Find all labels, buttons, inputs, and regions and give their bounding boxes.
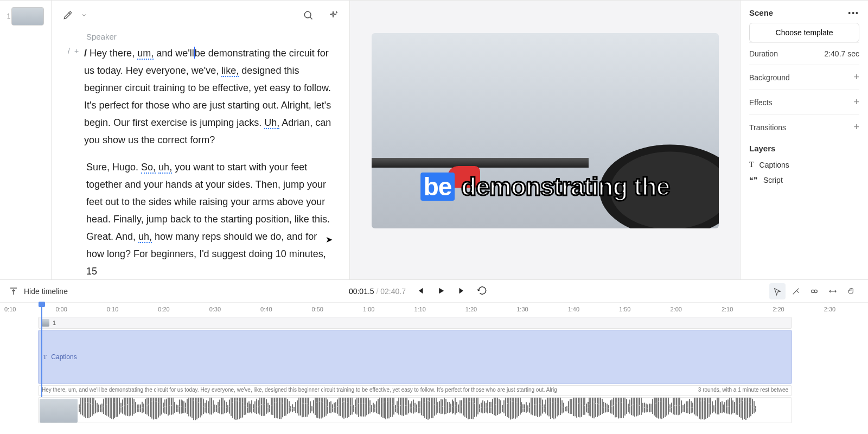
panel-title: Scene [749, 8, 773, 17]
quotes-icon: ❝❞ [749, 176, 758, 184]
search-icon[interactable] [302, 9, 315, 22]
scene-track[interactable]: 1 [38, 317, 792, 329]
caption-overlay: be demonstrating the [420, 172, 670, 201]
skip-forward-button[interactable] [457, 286, 468, 297]
svg-point-1 [812, 290, 814, 292]
add-block-button[interactable]: + [74, 47, 79, 149]
resize-tool[interactable] [825, 283, 841, 299]
captions-track[interactable]: T Captions [38, 330, 792, 384]
hand-tool[interactable] [843, 283, 859, 299]
effects-row[interactable]: Effects + [749, 90, 859, 114]
collapse-icon [9, 286, 18, 296]
scene-thumb-mini [42, 319, 49, 327]
filler-word[interactable]: Uh, [264, 117, 279, 129]
video-preview[interactable]: be demonstrating the [372, 33, 719, 228]
timeline-tools [769, 283, 859, 299]
script-body[interactable]: Speaker / + / Hey there, um, and we'llbe… [52, 30, 349, 279]
playhead[interactable] [41, 305, 42, 398]
svg-point-2 [814, 290, 817, 292]
loop-button[interactable] [477, 286, 488, 297]
transitions-label: Transitions [749, 123, 786, 132]
background-row[interactable]: Background + [749, 65, 859, 90]
duration-value: 2:40.7 sec [824, 49, 859, 58]
duration-row: Duration 2:40.7 sec [749, 42, 859, 65]
scene-index: 1 [7, 12, 11, 20]
link-tool[interactable] [806, 283, 822, 299]
plus-icon[interactable]: + [853, 97, 859, 108]
properties-panel: Scene ••• Choose template Duration 2:40.… [741, 1, 868, 279]
filler-word[interactable]: like, [221, 65, 239, 77]
transitions-row[interactable]: Transitions + [749, 114, 859, 139]
text-icon: T [749, 161, 754, 169]
transcript-paragraph-2[interactable]: Sure, Hugo. So, uh, you want to start wi… [86, 158, 333, 279]
slash-command-button[interactable]: / [68, 47, 70, 149]
chevron-down-icon[interactable] [78, 9, 91, 22]
duration-label: Duration [749, 49, 778, 58]
hide-timeline-button[interactable]: Hide timeline [9, 286, 68, 296]
time-total: 02:40.7 [380, 287, 406, 296]
blade-tool[interactable] [788, 283, 804, 299]
play-button[interactable] [436, 286, 447, 297]
svg-point-0 [304, 11, 311, 18]
layers-heading: Layers [749, 144, 859, 153]
block-controls: / + [68, 47, 79, 149]
scene-thumbnail-image [11, 7, 44, 25]
sparkle-icon[interactable] [327, 9, 340, 22]
audio-track[interactable] [38, 397, 792, 423]
plus-icon[interactable]: + [853, 122, 859, 133]
skip-back-button[interactable] [416, 286, 426, 297]
waveform [79, 400, 789, 420]
script-panel: Speaker / + / Hey there, um, and we'llbe… [52, 1, 350, 279]
timeline-panel: Hide timeline 00:01.5 / 02:40.7 0:100:00… [0, 279, 868, 434]
more-icon[interactable]: ••• [848, 9, 859, 17]
choose-template-button[interactable]: Choose template [749, 23, 859, 42]
select-tool[interactable] [769, 283, 786, 299]
effects-label: Effects [749, 98, 773, 107]
scene-thumbnails: 1 [0, 1, 52, 279]
speaker-label[interactable]: Speaker [86, 32, 333, 41]
clip-thumbnail [40, 399, 78, 423]
script-track[interactable]: Hey there, um, and we'll be demonstratin… [38, 385, 792, 396]
script-toolbar [52, 1, 349, 30]
plus-icon[interactable]: + [853, 72, 859, 83]
caption-highlight-word: be [420, 173, 455, 201]
pen-icon[interactable] [61, 9, 74, 22]
layer-script[interactable]: ❝❞ Script [749, 173, 859, 188]
transcript-paragraph-1[interactable]: / Hey there, um, and we'llbe demonstrati… [84, 44, 333, 149]
preview-graphic [372, 158, 589, 168]
background-label: Background [749, 73, 790, 82]
filler-word[interactable]: uh, [138, 231, 152, 243]
playback-controls: 00:01.5 / 02:40.7 [349, 286, 488, 297]
text-icon: T [43, 353, 47, 361]
scene-thumbnail-1[interactable]: 1 [7, 7, 44, 25]
layer-captions[interactable]: T Captions [749, 157, 859, 173]
time-current: 00:01.5 [349, 287, 374, 296]
filler-word[interactable]: uh, [158, 162, 172, 174]
filler-word[interactable]: um, [137, 48, 154, 60]
filler-word[interactable]: So, [141, 162, 156, 174]
timeline-ruler[interactable]: 0:100:000:100:200:300:400:501:001:101:20… [0, 303, 868, 316]
video-preview-area: be demonstrating the [350, 1, 741, 279]
timeline-tracks[interactable]: 1 T Captions Hey there, um, and we'll be… [0, 317, 868, 423]
